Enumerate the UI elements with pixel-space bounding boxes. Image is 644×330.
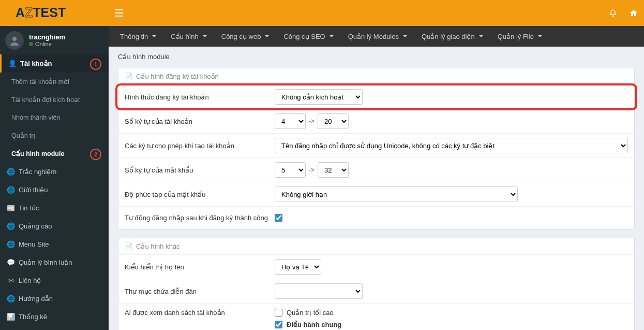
row-acc-chars: Số ký tự của tài khoản 4 -> 20 xyxy=(118,109,634,133)
sidebar-item-menu[interactable]: 🌐Menu Site xyxy=(0,235,109,253)
select-pw-max[interactable]: 32 xyxy=(318,162,349,178)
row-viewers: Ai được xem danh sách tài khoản Quản trị… xyxy=(118,303,634,330)
svg-point-1 xyxy=(12,37,17,41)
row-auto-login: Tự động đăng nhập sau khi đăng ký thành … xyxy=(118,206,634,229)
mail-icon: ✉ xyxy=(7,277,14,284)
globe-icon: 🌐 xyxy=(7,240,14,248)
sidebar-item-about[interactable]: 🌐Giới thiệu xyxy=(0,181,109,199)
row-pw-complex: Độ phức tạp của mật khẩu Không giới hạn xyxy=(118,182,634,206)
secondary-navbar: Thông tin Cấu hình Công cụ web Công cụ S… xyxy=(109,26,644,47)
sidebar-item-groups[interactable]: Nhóm thành viên xyxy=(0,109,109,126)
label-pw-complex: Độ phức tạp của mật khẩu xyxy=(125,191,275,198)
panel-head: 📄 Cấu hình khác xyxy=(118,238,634,255)
nav-modules[interactable]: Quản lý Modules xyxy=(342,27,413,46)
content: Cấu hình module 📄 Cấu hình đăng ký tài k… xyxy=(109,47,644,330)
caret-icon xyxy=(538,35,542,37)
caret-icon xyxy=(330,35,334,37)
select-acc-min[interactable]: 4 xyxy=(275,113,306,129)
checkbox-auto-login[interactable] xyxy=(275,214,282,222)
sidebar-item-module-config[interactable]: Cấu hình module 2 xyxy=(0,145,109,163)
label-viewers: Ai được xem danh sách tài khoản xyxy=(125,308,275,317)
panel-register-config: 📄 Cấu hình đăng ký tài khoản Hình thức đ… xyxy=(118,68,635,229)
annotation-circle-1: 1 xyxy=(90,59,101,70)
select-pw-complex[interactable]: Không giới hạn xyxy=(275,186,518,202)
file-icon: 📄 xyxy=(125,73,133,80)
file-icon: 📄 xyxy=(125,242,133,250)
avatar xyxy=(5,31,24,50)
toggle-sidebar-button[interactable] xyxy=(109,0,129,26)
checkbox-super-admin[interactable] xyxy=(275,309,282,317)
select-acc-max[interactable]: 20 xyxy=(318,113,349,129)
news-icon: 📰 xyxy=(7,204,14,212)
row-reg-method: Hình thức đăng ký tài khoản Không cần kí… xyxy=(118,85,634,109)
checkbox-row-super-admin[interactable]: Quản trị tối cao xyxy=(275,309,341,317)
chart-icon: 📊 xyxy=(7,313,14,321)
arrow-icon: -> xyxy=(309,166,314,174)
caret-icon xyxy=(403,35,407,37)
home-icon[interactable] xyxy=(623,0,644,26)
sidebar-item-pending[interactable]: Tài khoản đợi kích hoạt xyxy=(0,91,109,109)
label-pw-chars: Số ký tự của mật khẩu xyxy=(125,166,275,174)
sidebar-item-comments[interactable]: 💬Quản lý bình luận xyxy=(0,253,109,271)
notifications-icon[interactable] xyxy=(603,0,623,26)
select-forum-dir[interactable] xyxy=(275,283,363,299)
select-allowed-chars[interactable]: Tên đăng nhập chỉ được sử dụng Unicode, … xyxy=(275,138,628,153)
topbar: AZTEST xyxy=(0,0,644,26)
label-reg-method: Hình thức đăng ký tài khoản xyxy=(125,93,275,101)
nav-seotools[interactable]: Công cụ SEO xyxy=(277,27,339,46)
select-reg-method[interactable]: Không cần kích hoạt xyxy=(275,89,363,105)
caret-icon xyxy=(203,35,207,37)
brand-logo[interactable]: AZTEST xyxy=(0,0,109,26)
sidebar-item-bank[interactable]: ⬚Ngân hàng đề thi xyxy=(0,326,109,330)
label-acc-chars: Số ký tự của tài khoản xyxy=(125,118,275,125)
user-icon: 👤 xyxy=(9,60,16,67)
sidebar-item-ads[interactable]: 🌐Quảng cáo xyxy=(0,217,109,235)
panel-head: 📄 Cấu hình đăng ký tài khoản xyxy=(118,68,634,85)
row-allowed-chars: Các ký tự cho phép khi tạo tài khoản Tên… xyxy=(118,133,634,157)
comment-icon: 💬 xyxy=(7,259,14,266)
row-pw-chars: Số ký tự của mật khẩu 5 -> 32 xyxy=(118,157,634,182)
user-name: tracnghiem xyxy=(29,33,65,41)
sidebar-item-admin[interactable]: Quản trị xyxy=(0,126,109,145)
globe-icon: 🌐 xyxy=(7,168,14,176)
select-pw-min[interactable]: 5 xyxy=(275,162,306,178)
panel-other-config: 📄 Cấu hình khác Kiểu hiển thị họ tên Họ … xyxy=(118,238,635,330)
sidebar-item-add-account[interactable]: Thêm tài khoản mới xyxy=(0,73,109,91)
nav-webtools[interactable]: Công cụ web xyxy=(215,27,276,46)
user-status: Online xyxy=(29,41,65,47)
page-title: Cấu hình module xyxy=(118,53,635,61)
sidebar-section-account[interactable]: 👤Tài khoản 1 Thêm tài khoản mới Tài khoả… xyxy=(0,54,109,163)
nav-config[interactable]: Cấu hình xyxy=(164,27,213,46)
row-name-display: Kiểu hiển thị họ tên Họ và Tên xyxy=(118,255,634,279)
caret-icon xyxy=(265,35,269,37)
globe-icon: 🌐 xyxy=(7,295,14,303)
label-forum-dir: Thư mục chứa diễn đàn xyxy=(125,288,275,295)
checkbox-row-general-admin[interactable]: Điều hành chung xyxy=(275,321,341,328)
sidebar: tracnghiem Online 👤Tài khoản 1 Thêm tài … xyxy=(0,26,109,330)
row-forum-dir: Thư mục chứa diễn đàn xyxy=(118,279,634,303)
globe-icon: 🌐 xyxy=(7,186,14,194)
checkbox-general-admin[interactable] xyxy=(275,321,282,328)
label-auto-login: Tự động đăng nhập sau khi đăng ký thành … xyxy=(125,214,275,222)
svg-text:AZTEST: AZTEST xyxy=(16,5,66,20)
sidebar-item-contact[interactable]: ✉Liên hệ xyxy=(0,271,109,290)
sidebar-item-guide[interactable]: 🌐Hướng dẫn xyxy=(0,290,109,308)
globe-icon: 🌐 xyxy=(7,222,14,230)
status-dot-icon xyxy=(29,42,33,46)
arrow-icon: -> xyxy=(309,118,314,125)
sidebar-item-quiz[interactable]: 🌐Trắc nghiệm xyxy=(0,163,109,181)
nav-themes[interactable]: Quản lý giao diện xyxy=(415,27,489,46)
annotation-circle-2: 2 xyxy=(90,149,101,160)
user-panel: tracnghiem Online xyxy=(0,26,109,54)
label-name-display: Kiểu hiển thị họ tên xyxy=(125,263,275,271)
caret-icon xyxy=(152,35,156,37)
sidebar-item-stats[interactable]: 📊Thống kê xyxy=(0,308,109,326)
nav-files[interactable]: Quản lý File xyxy=(491,27,548,46)
select-name-display[interactable]: Họ và Tên xyxy=(275,259,321,275)
caret-icon xyxy=(479,35,483,37)
nav-info[interactable]: Thông tin xyxy=(114,27,162,46)
label-allowed-chars: Các ký tự cho phép khi tạo tài khoản xyxy=(125,142,275,150)
sidebar-item-news[interactable]: 📰Tin tức xyxy=(0,199,109,217)
